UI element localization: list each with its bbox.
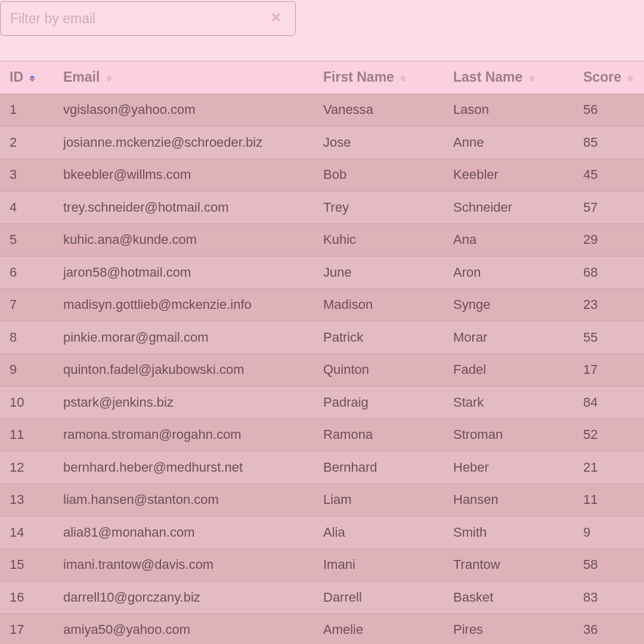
cell-id: 3 xyxy=(0,159,54,191)
table-row[interactable]: 9quinton.fadel@jakubowski.comQuintonFade… xyxy=(0,354,644,386)
table-row[interactable]: 14alia81@monahan.comAliaSmith9 xyxy=(0,516,644,549)
table-row[interactable]: 6jaron58@hotmail.comJuneAron68 xyxy=(0,256,644,289)
column-header-email[interactable]: Email xyxy=(54,61,314,94)
cell-email: imani.trantow@davis.com xyxy=(54,549,314,581)
email-filter-input[interactable] xyxy=(10,11,269,27)
column-label: Last Name xyxy=(453,69,522,85)
cell-last_name: Heber xyxy=(444,451,574,484)
sort-icon xyxy=(627,75,633,82)
cell-email: quinton.fadel@jakubowski.com xyxy=(54,354,314,386)
cell-score: 85 xyxy=(574,126,644,159)
cell-last_name: Basket xyxy=(444,581,574,614)
cell-first_name: Bob xyxy=(314,159,444,191)
table-row[interactable]: 4trey.schneider@hotmail.comTreySchneider… xyxy=(0,191,644,224)
cell-email: darrell10@gorczany.biz xyxy=(54,581,314,614)
table-row[interactable]: 7madisyn.gottlieb@mckenzie.infoMadisonSy… xyxy=(0,289,644,321)
table-row[interactable]: 5kuhic.ana@kunde.comKuhicAna29 xyxy=(0,224,644,256)
column-header-score[interactable]: Score xyxy=(574,61,644,94)
cell-email: bernhard.heber@medhurst.net xyxy=(54,451,314,484)
cell-score: 36 xyxy=(574,614,644,644)
cell-last_name: Aron xyxy=(444,256,574,289)
cell-last_name: Stroman xyxy=(444,419,574,451)
cell-email: alia81@monahan.com xyxy=(54,516,314,549)
cell-email: josianne.mckenzie@schroeder.biz xyxy=(54,126,314,159)
cell-id: 5 xyxy=(0,224,54,256)
cell-email: trey.schneider@hotmail.com xyxy=(54,191,314,224)
cell-id: 9 xyxy=(0,354,54,386)
cell-email: pstark@jenkins.biz xyxy=(54,386,314,419)
cell-first_name: Padraig xyxy=(314,386,444,419)
cell-score: 55 xyxy=(574,321,644,354)
cell-first_name: Jose xyxy=(314,126,444,159)
column-label: Email xyxy=(63,69,100,85)
table-row[interactable]: 16darrell10@gorczany.bizDarrellBasket83 xyxy=(0,581,644,614)
column-header-first-name[interactable]: First Name xyxy=(314,61,444,94)
table-row[interactable]: 11ramona.stroman@rogahn.comRamonaStroman… xyxy=(0,419,644,451)
cell-email: bkeebler@willms.com xyxy=(54,159,314,191)
table-row[interactable]: 2josianne.mckenzie@schroeder.bizJoseAnne… xyxy=(0,126,644,159)
cell-last_name: Morar xyxy=(444,321,574,354)
cell-last_name: Pires xyxy=(444,614,574,644)
cell-last_name: Hansen xyxy=(444,484,574,516)
filter-bar xyxy=(0,0,644,36)
table-row[interactable]: 1vgislason@yahoo.comVanessaLason56 xyxy=(0,94,644,126)
cell-score: 23 xyxy=(574,289,644,321)
cell-email: kuhic.ana@kunde.com xyxy=(54,224,314,256)
table-row[interactable]: 10pstark@jenkins.bizPadraigStark84 xyxy=(0,386,644,419)
cell-email: ramona.stroman@rogahn.com xyxy=(54,419,314,451)
table-row[interactable]: 8pinkie.morar@gmail.comPatrickMorar55 xyxy=(0,321,644,354)
column-label: ID xyxy=(10,69,23,85)
table-row[interactable]: 15imani.trantow@davis.comImaniTrantow58 xyxy=(0,549,644,581)
cell-last_name: Fadel xyxy=(444,354,574,386)
cell-last_name: Trantow xyxy=(444,549,574,581)
table-row[interactable]: 12bernhard.heber@medhurst.netBernhardHeb… xyxy=(0,451,644,484)
cell-last_name: Schneider xyxy=(444,191,574,224)
cell-first_name: Liam xyxy=(314,484,444,516)
cell-id: 2 xyxy=(0,126,54,159)
cell-id: 6 xyxy=(0,256,54,289)
cell-last_name: Keebler xyxy=(444,159,574,191)
cell-score: 45 xyxy=(574,159,644,191)
cell-email: liam.hansen@stanton.com xyxy=(54,484,314,516)
cell-id: 17 xyxy=(0,614,54,644)
cell-email: madisyn.gottlieb@mckenzie.info xyxy=(54,289,314,321)
column-header-last-name[interactable]: Last Name xyxy=(444,61,574,94)
column-header-id[interactable]: ID xyxy=(0,61,54,94)
cell-first_name: Kuhic xyxy=(314,224,444,256)
cell-id: 15 xyxy=(0,549,54,581)
cell-id: 16 xyxy=(0,581,54,614)
cell-score: 17 xyxy=(574,354,644,386)
column-label: First Name xyxy=(323,69,394,85)
cell-id: 11 xyxy=(0,419,54,451)
clear-filter-button[interactable] xyxy=(269,11,283,26)
table-row[interactable]: 13liam.hansen@stanton.comLiamHansen11 xyxy=(0,484,644,516)
cell-email: vgislason@yahoo.com xyxy=(54,94,314,126)
cell-id: 13 xyxy=(0,484,54,516)
cell-last_name: Stark xyxy=(444,386,574,419)
table-row[interactable]: 3bkeebler@willms.comBobKeebler45 xyxy=(0,159,644,191)
table-row[interactable]: 17amiya50@yahoo.comAmeliePires36 xyxy=(0,614,644,644)
cell-first_name: Darrell xyxy=(314,581,444,614)
cell-email: amiya50@yahoo.com xyxy=(54,614,314,644)
cell-id: 7 xyxy=(0,289,54,321)
cell-email: jaron58@hotmail.com xyxy=(54,256,314,289)
filter-box xyxy=(0,1,296,36)
cell-id: 1 xyxy=(0,94,54,126)
cell-last_name: Ana xyxy=(444,224,574,256)
sort-icon xyxy=(106,75,112,82)
cell-id: 8 xyxy=(0,321,54,354)
cell-first_name: Quinton xyxy=(314,354,444,386)
sort-icon xyxy=(529,75,535,82)
cell-last_name: Smith xyxy=(444,516,574,549)
cell-id: 10 xyxy=(0,386,54,419)
cell-score: 57 xyxy=(574,191,644,224)
cell-email: pinkie.morar@gmail.com xyxy=(54,321,314,354)
cell-first_name: Amelie xyxy=(314,614,444,644)
cell-score: 29 xyxy=(574,224,644,256)
cell-score: 58 xyxy=(574,549,644,581)
cell-id: 4 xyxy=(0,191,54,224)
cell-score: 11 xyxy=(574,484,644,516)
cell-score: 83 xyxy=(574,581,644,614)
cell-score: 84 xyxy=(574,386,644,419)
cell-score: 9 xyxy=(574,516,644,549)
